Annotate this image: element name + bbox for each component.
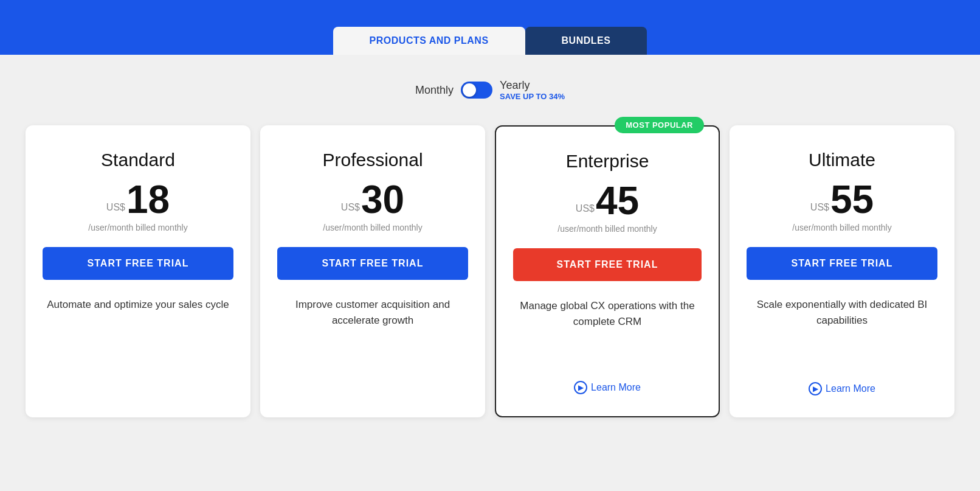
- price-row-professional: US$ 30: [341, 180, 404, 219]
- price-number-professional: 30: [361, 180, 404, 219]
- cta-button-enterprise[interactable]: START FREE TRIAL: [513, 248, 702, 281]
- plan-name-ultimate: Ultimate: [809, 150, 875, 170]
- price-row-enterprise: US$ 45: [576, 181, 639, 220]
- price-number-standard: 18: [126, 180, 170, 219]
- cta-button-ultimate[interactable]: START FREE TRIAL: [747, 247, 937, 280]
- plan-name-standard: Standard: [101, 150, 175, 170]
- plan-name-enterprise: Enterprise: [566, 151, 649, 172]
- billing-info-enterprise: /user/month billed monthly: [557, 224, 657, 234]
- cta-button-standard[interactable]: START FREE TRIAL: [43, 247, 233, 280]
- learn-more-label-enterprise: Learn More: [591, 382, 641, 393]
- learn-more-link-ultimate[interactable]: ▶ Learn More: [809, 382, 875, 395]
- toggle-track: [461, 82, 492, 99]
- billing-info-professional: /user/month billed monthly: [323, 223, 422, 232]
- learn-more-icon-ultimate: ▶: [809, 382, 822, 395]
- currency-ultimate: US$: [810, 202, 829, 213]
- yearly-label: Yearly: [500, 79, 530, 92]
- main-content: Monthly Yearly SAVE UP TO 34% Standard U…: [0, 55, 980, 491]
- tab-products-label: PRODUCTS AND PLANS: [370, 35, 489, 46]
- plan-description-ultimate: Scale exponentially with dedicated BI ca…: [747, 297, 937, 328]
- price-row-standard: US$ 18: [106, 180, 170, 219]
- most-popular-badge: MOST POPULAR: [615, 117, 704, 133]
- plan-description-enterprise: Manage global CX operations with the com…: [513, 298, 702, 329]
- learn-more-icon-enterprise: ▶: [574, 381, 587, 394]
- billing-toggle-area: Monthly Yearly SAVE UP TO 34%: [12, 79, 968, 101]
- learn-more-link-enterprise[interactable]: ▶ Learn More: [574, 381, 641, 394]
- plan-description-standard: Automate and optimize your sales cycle: [47, 297, 229, 313]
- currency-enterprise: US$: [576, 203, 595, 214]
- toggle-thumb: [463, 83, 476, 97]
- plan-card-ultimate: Ultimate US$ 55 /user/month billed month…: [730, 125, 954, 417]
- currency-professional: US$: [341, 202, 360, 213]
- plan-card-professional: Professional US$ 30 /user/month billed m…: [260, 125, 485, 417]
- plan-description-professional: Improve customer acquisition and acceler…: [277, 297, 468, 328]
- cta-button-professional[interactable]: START FREE TRIAL: [277, 247, 468, 280]
- billing-info-ultimate: /user/month billed monthly: [792, 223, 891, 232]
- price-number-ultimate: 55: [830, 180, 874, 219]
- save-label: SAVE UP TO 34%: [500, 92, 565, 101]
- billing-info-standard: /user/month billed monthly: [88, 223, 187, 232]
- currency-standard: US$: [106, 202, 125, 213]
- plans-container: Standard US$ 18 /user/month billed month…: [16, 125, 964, 417]
- plan-name-professional: Professional: [322, 150, 423, 170]
- yearly-label-group: Yearly SAVE UP TO 34%: [500, 79, 565, 101]
- tabs-container: PRODUCTS AND PLANS BUNDLES: [333, 27, 647, 55]
- monthly-label: Monthly: [415, 84, 454, 97]
- price-row-ultimate: US$ 55: [810, 180, 874, 219]
- plan-card-standard: Standard US$ 18 /user/month billed month…: [26, 125, 250, 417]
- tab-bundles[interactable]: BUNDLES: [525, 27, 647, 55]
- tab-bundles-label: BUNDLES: [562, 35, 611, 46]
- plan-card-enterprise: MOST POPULAR Enterprise US$ 45 /user/mon…: [495, 125, 720, 417]
- learn-more-label-ultimate: Learn More: [826, 383, 875, 394]
- price-number-enterprise: 45: [596, 181, 639, 220]
- tab-products[interactable]: PRODUCTS AND PLANS: [333, 27, 525, 55]
- top-bar: PRODUCTS AND PLANS BUNDLES: [0, 0, 980, 55]
- billing-toggle-switch[interactable]: [461, 82, 492, 99]
